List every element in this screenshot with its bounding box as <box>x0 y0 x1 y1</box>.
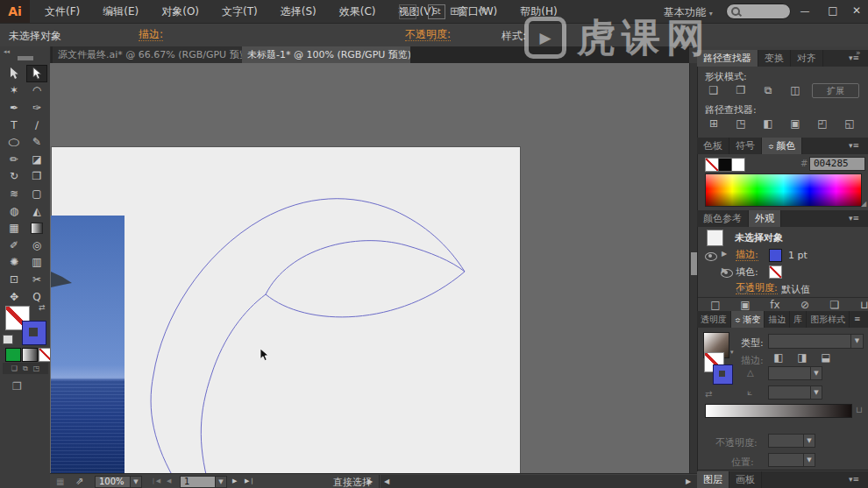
collapse-panel-icon[interactable]: ◂◂ <box>4 48 10 55</box>
previous-page-icon[interactable]: ◀ <box>167 477 171 484</box>
stock-icon[interactable]: St <box>428 4 445 19</box>
tab-路径查找器[interactable]: 路径查找器 <box>697 50 758 67</box>
symbol-sprayer-tool[interactable]: ✺ <box>4 254 24 270</box>
zoom-level-dropdown[interactable]: ▼ <box>130 476 142 488</box>
duplicate-item-icon[interactable]: ❏ <box>824 299 845 311</box>
menu-item[interactable]: 选择(S) <box>269 4 328 19</box>
none-swatch[interactable] <box>705 158 719 172</box>
bridge-icon[interactable]: Br <box>399 4 416 19</box>
new-effect-icon[interactable]: fx <box>765 299 786 311</box>
visibility-eye-icon[interactable] <box>705 252 717 261</box>
curvature-tool[interactable]: ✑ <box>27 100 46 116</box>
gradient-along-stroke-icon[interactable]: ◨ <box>792 351 813 364</box>
search-input[interactable] <box>726 4 791 19</box>
delete-stop-icon[interactable]: ⊔ <box>856 405 863 414</box>
crescent-outer-path[interactable] <box>151 199 465 473</box>
gradient-across-stroke-icon[interactable]: ⬓ <box>815 351 836 364</box>
width-tool[interactable]: ≋ <box>4 186 24 202</box>
appearance-stroke-swatch[interactable] <box>769 249 782 262</box>
tab-透明度[interactable]: 透明度 <box>697 311 731 328</box>
horizontal-scrollbar[interactable]: ◀ ▶ <box>381 475 697 488</box>
tab-渐变[interactable]: ≎ 渐变 <box>731 311 765 328</box>
gradient-opacity-field[interactable] <box>768 434 805 448</box>
tab-图层[interactable]: 图层 <box>697 471 729 488</box>
minus-back-icon[interactable]: ◱ <box>839 117 860 130</box>
color-button[interactable] <box>5 348 21 362</box>
pencil-tool[interactable]: ✏ <box>4 152 24 167</box>
free-transform-tool[interactable]: ▢ <box>27 186 46 202</box>
scale-tool[interactable]: ❐ <box>27 168 46 184</box>
appearance-opacity-label[interactable]: 不透明度: <box>736 282 778 294</box>
gradient-tool[interactable] <box>27 220 46 236</box>
mesh-tool[interactable]: ▦ <box>4 220 24 236</box>
blend-tool[interactable]: ◎ <box>27 237 46 253</box>
menu-item[interactable]: 帮助(H) <box>509 4 568 19</box>
magic-wand-tool[interactable]: ✶ <box>4 82 24 98</box>
workspace-switcher[interactable]: 基本功能 ▾ <box>664 5 713 20</box>
document-tab-active[interactable]: 未标题-1* @ 100% (RGB/GPU 预览) × <box>242 46 410 63</box>
export-icon[interactable]: ⇗ <box>75 476 83 487</box>
slice-tool[interactable]: ✂ <box>27 272 46 287</box>
divide-icon[interactable]: ⊞ <box>703 117 724 130</box>
panel-menu-icon[interactable]: ▾≡ <box>849 475 864 484</box>
swap-fill-stroke-icon[interactable]: ⇄ <box>39 303 46 312</box>
black-swatch[interactable] <box>718 158 732 172</box>
appearance-fill-swatch[interactable] <box>769 265 782 279</box>
tab-颜色参考[interactable]: 颜色参考 <box>697 210 749 227</box>
appearance-stroke-label[interactable]: 描边: <box>736 249 758 261</box>
appearance-fill-label[interactable]: 填色: <box>736 265 758 279</box>
canvas-area[interactable] <box>50 63 689 473</box>
vertical-scrollbar-thumb[interactable] <box>691 252 697 275</box>
expand-button[interactable]: 扩展 <box>812 83 859 98</box>
minimize-button[interactable]: — <box>793 4 816 18</box>
pen-tool[interactable]: ✒ <box>4 100 24 116</box>
tab-颜色[interactable]: ≎ 颜色 <box>762 138 802 154</box>
screen-mode-icon[interactable]: ❐ <box>12 380 22 393</box>
drawing-paths[interactable] <box>50 63 689 473</box>
direct-selection-tool[interactable] <box>26 65 47 82</box>
gradient-position-arrow[interactable]: ▼ <box>803 453 815 467</box>
artboard-number-dropdown[interactable]: ▼ <box>215 476 227 488</box>
minus-front-icon[interactable]: ❐ <box>730 84 751 96</box>
lasso-tool[interactable]: ◠ <box>27 82 46 98</box>
maximize-button[interactable]: □ <box>822 4 844 18</box>
rotate-tool[interactable]: ↻ <box>4 168 24 184</box>
gradient-type-arrow[interactable]: ▼ <box>850 334 864 349</box>
status-expand-icon[interactable]: ▶ <box>367 477 373 485</box>
eraser-tool[interactable]: ◪ <box>27 152 46 167</box>
opacity-label[interactable]: 不透明度: <box>405 29 451 41</box>
arrange-documents-icon[interactable]: ⊞ ▾ <box>450 5 465 19</box>
hand-tool[interactable]: ✥ <box>4 289 24 305</box>
tab-对齐[interactable]: 对齐 <box>791 50 823 67</box>
menu-item[interactable]: 编辑(E) <box>91 4 150 19</box>
menu-item[interactable]: 文件(F) <box>33 4 91 19</box>
ellipse-tool[interactable]: ◯ <box>4 134 24 150</box>
stroke-weight-label[interactable]: 描边: <box>139 29 163 41</box>
last-page-icon[interactable]: ▶❘ <box>245 477 254 484</box>
type-tool[interactable]: T <box>4 117 24 133</box>
menu-item[interactable]: 文字(T) <box>210 4 269 19</box>
gradient-opacity-arrow[interactable]: ▼ <box>803 434 815 448</box>
panel-menu-icon[interactable]: ▾≡ <box>849 141 864 150</box>
gradient-position-field[interactable] <box>768 453 805 467</box>
gradient-type-dropdown[interactable] <box>768 334 852 349</box>
panel-grip[interactable] <box>18 56 33 60</box>
gradient-button[interactable] <box>22 348 38 362</box>
gradient-angle-arrow[interactable]: ▼ <box>810 366 822 380</box>
clear-appearance-icon[interactable]: ⊘ <box>794 299 815 311</box>
selection-tool[interactable] <box>4 66 24 81</box>
first-page-icon[interactable]: ❘◀ <box>151 477 160 484</box>
leaf-bottom-path[interactable] <box>266 272 465 317</box>
resize-grip-icon[interactable]: ◢ <box>861 200 866 208</box>
scroll-right-icon[interactable]: ▶ <box>686 477 691 485</box>
menu-item[interactable]: 对象(O) <box>150 4 210 19</box>
graph-tool[interactable]: ▥ <box>27 254 46 270</box>
panel-menu-icon[interactable]: ▾≡ <box>849 214 864 223</box>
document-tab-inactive[interactable]: 源文件最终.ai* @ 66.67% (RGB/GPU 预览) × <box>53 46 246 63</box>
color-spectrum[interactable] <box>705 173 862 207</box>
merge-icon[interactable]: ◧ <box>758 117 779 130</box>
tab-图形样式[interactable]: 图形样式 <box>807 311 850 328</box>
gradient-within-stroke-icon[interactable]: ◧ <box>768 351 789 364</box>
gradient-stroke-proxy[interactable] <box>713 364 733 385</box>
tab-描边[interactable]: 描边 <box>765 311 790 328</box>
